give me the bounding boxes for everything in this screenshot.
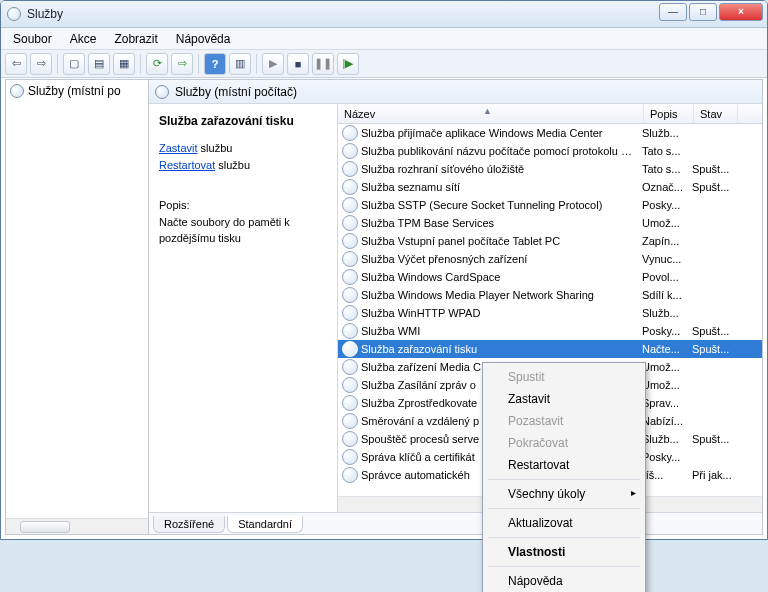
list-body: Služba zařazování tisku Zastavit službu … (149, 104, 762, 512)
service-desc: Umož... (642, 217, 692, 229)
service-row[interactable]: Služba SSTP (Secure Socket Tunneling Pro… (338, 196, 762, 214)
service-desc: Umož... (642, 379, 692, 391)
service-row[interactable]: Služba Windows Media Player Network Shar… (338, 286, 762, 304)
start-service-button[interactable]: ▶ (262, 53, 284, 75)
service-state: Při jak... (692, 469, 732, 481)
service-row[interactable]: Služba rozhraní síťového úložištěTato s.… (338, 160, 762, 178)
menu-action[interactable]: Akce (62, 30, 105, 48)
menu-bar: Soubor Akce Zobrazit Nápověda (1, 28, 767, 50)
ctx-start: Spustit (486, 366, 642, 388)
service-icon (342, 323, 358, 339)
help-button[interactable]: ? (204, 53, 226, 75)
tree-h-scrollbar[interactable] (6, 518, 148, 534)
service-icon (342, 179, 358, 195)
service-icon (342, 359, 358, 375)
service-desc: Sprav... (642, 397, 692, 409)
services-node-icon (10, 84, 24, 98)
tab-standard[interactable]: Standardní (227, 516, 303, 533)
menu-help[interactable]: Nápověda (168, 30, 239, 48)
forward-button[interactable]: ⇨ (30, 53, 52, 75)
service-row[interactable]: Služba WinHTTP WPADSlužb... (338, 304, 762, 322)
service-row[interactable]: Služba zařazování tiskuNačte...Spušt... (338, 340, 762, 358)
service-state: Spušt... (692, 325, 732, 337)
refresh-button[interactable]: ⟳ (146, 53, 168, 75)
col-state[interactable]: Stav (694, 104, 738, 123)
export-button[interactable]: ⇨ (171, 53, 193, 75)
pause-service-button[interactable]: ❚❚ (312, 53, 334, 75)
service-desc: Tato s... (642, 163, 692, 175)
service-icon (342, 269, 358, 285)
ctx-refresh[interactable]: Aktualizovat (486, 512, 642, 534)
restart-service-button[interactable]: |▶ (337, 53, 359, 75)
service-desc: Vynuc... (642, 253, 692, 265)
list-pane: Služby (místní počítač) Služba zařazován… (149, 79, 763, 535)
sort-indicator-icon: ▲ (483, 106, 492, 116)
service-desc: Načte... (642, 343, 692, 355)
window-title: Služby (27, 7, 63, 21)
service-icon (342, 287, 358, 303)
list-pane-title-text: Služby (místní počítač) (175, 85, 297, 99)
restart-link[interactable]: Restartovat (159, 159, 215, 171)
service-row[interactable]: Služba Windows CardSpacePovol... (338, 268, 762, 286)
service-name: Služba SSTP (Secure Socket Tunneling Pro… (361, 199, 642, 211)
service-icon (342, 449, 358, 465)
toolbar-sep (140, 54, 141, 74)
ctx-restart[interactable]: Restartovat (486, 454, 642, 476)
context-menu: Spustit Zastavit Pozastavit Pokračovat R… (482, 362, 646, 592)
maximize-button[interactable]: □ (689, 3, 717, 21)
stop-link-line: Zastavit službu (159, 140, 327, 157)
list-pane-title: Služby (místní počítač) (149, 80, 762, 104)
service-row[interactable]: Služba publikování názvu počítače pomocí… (338, 142, 762, 160)
service-name: Služba zařazování tisku (361, 343, 642, 355)
ctx-sep (488, 537, 640, 538)
tab-extended[interactable]: Rozšířené (153, 516, 225, 533)
menu-file[interactable]: Soubor (5, 30, 60, 48)
col-desc[interactable]: Popis (644, 104, 694, 123)
close-button[interactable]: × (719, 3, 763, 21)
service-state: Spušt... (692, 163, 732, 175)
minimize-button[interactable]: — (659, 3, 687, 21)
service-name: Služba Windows CardSpace (361, 271, 642, 283)
service-icon (342, 197, 358, 213)
ctx-sep (488, 508, 640, 509)
services-icon (155, 85, 169, 99)
column-headers: Název ▲ Popis Stav (338, 104, 762, 124)
stop-service-button[interactable]: ■ (287, 53, 309, 75)
props-button[interactable]: ▥ (229, 53, 251, 75)
titlebar[interactable]: Služby — □ × (1, 1, 767, 28)
stop-link[interactable]: Zastavit (159, 142, 198, 154)
service-desc: Zapín... (642, 235, 692, 247)
menu-view[interactable]: Zobrazit (106, 30, 165, 48)
ctx-all-tasks[interactable]: Všechny úkoly (486, 483, 642, 505)
scroll-thumb[interactable] (20, 521, 70, 533)
service-desc: Sdílí k... (642, 289, 692, 301)
service-row[interactable]: Služba seznamu sítíOznač...Spušt... (338, 178, 762, 196)
service-icon (342, 341, 358, 357)
service-desc: Tato s... (642, 145, 692, 157)
service-state: Spušt... (692, 181, 732, 193)
show-hide-tree-button[interactable]: ▢ (63, 53, 85, 75)
ctx-properties[interactable]: Vlastnosti (486, 541, 642, 563)
service-name: Služba Windows Media Player Network Shar… (361, 289, 642, 301)
service-icon (342, 143, 358, 159)
service-icon (342, 161, 358, 177)
service-icon (342, 305, 358, 321)
toolbar-sep (256, 54, 257, 74)
ctx-help[interactable]: Nápověda (486, 570, 642, 592)
back-button[interactable]: ⇦ (5, 53, 27, 75)
service-row[interactable]: Služba přijímače aplikace Windows Media … (338, 124, 762, 142)
service-row[interactable]: Služba WMIPosky...Spušt... (338, 322, 762, 340)
service-name: Služba WMI (361, 325, 642, 337)
toolbar-sep (57, 54, 58, 74)
service-row[interactable]: Služba TPM Base ServicesUmož... (338, 214, 762, 232)
ctx-pause: Pozastavit (486, 410, 642, 432)
properties-button[interactable]: ▤ (88, 53, 110, 75)
service-row[interactable]: Služba Výčet přenosných zařízeníVynuc... (338, 250, 762, 268)
toolbar: ⇦ ⇨ ▢ ▤ ▦ ⟳ ⇨ ? ▥ ▶ ■ ❚❚ |▶ (1, 50, 767, 78)
service-name: Služba rozhraní síťového úložiště (361, 163, 642, 175)
ctx-stop[interactable]: Zastavit (486, 388, 642, 410)
export-list-button[interactable]: ▦ (113, 53, 135, 75)
desc-label: Popis: (159, 197, 327, 214)
service-row[interactable]: Služba Vstupní panel počítače Tablet PCZ… (338, 232, 762, 250)
tree-root-services[interactable]: Služby (místní po (6, 80, 148, 102)
